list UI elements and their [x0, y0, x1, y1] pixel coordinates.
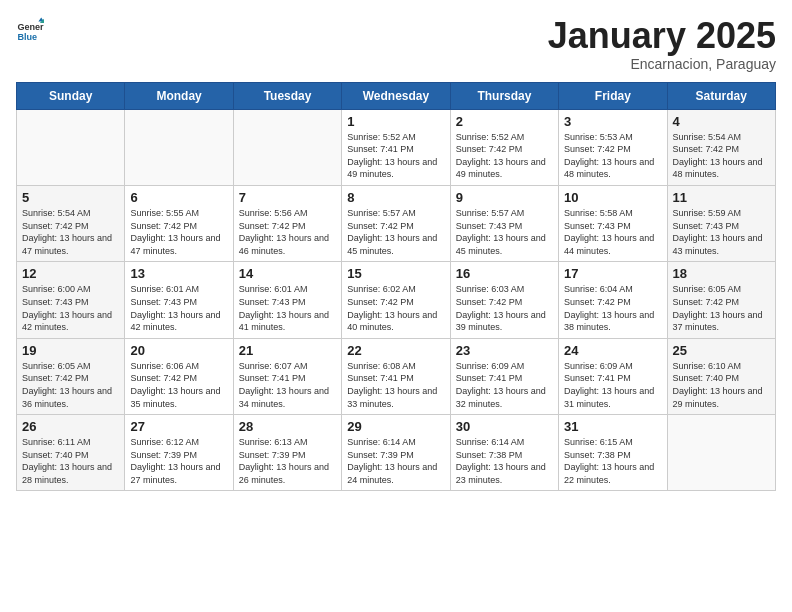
cell-content: Sunrise: 5:57 AM Sunset: 7:43 PM Dayligh… [456, 207, 553, 257]
calendar-cell: 2Sunrise: 5:52 AM Sunset: 7:42 PM Daylig… [450, 109, 558, 185]
calendar-cell: 24Sunrise: 6:09 AM Sunset: 7:41 PM Dayli… [559, 338, 667, 414]
calendar-cell: 15Sunrise: 6:02 AM Sunset: 7:42 PM Dayli… [342, 262, 450, 338]
day-number: 2 [456, 114, 553, 129]
cell-content: Sunrise: 6:01 AM Sunset: 7:43 PM Dayligh… [130, 283, 227, 333]
calendar-cell: 28Sunrise: 6:13 AM Sunset: 7:39 PM Dayli… [233, 415, 341, 491]
day-number: 14 [239, 266, 336, 281]
day-number: 20 [130, 343, 227, 358]
page-header: General Blue January 2025 Encarnacion, P… [16, 16, 776, 72]
logo-icon: General Blue [16, 16, 44, 44]
calendar-cell: 8Sunrise: 5:57 AM Sunset: 7:42 PM Daylig… [342, 185, 450, 261]
cell-content: Sunrise: 6:12 AM Sunset: 7:39 PM Dayligh… [130, 436, 227, 486]
calendar-cell: 30Sunrise: 6:14 AM Sunset: 7:38 PM Dayli… [450, 415, 558, 491]
day-number: 29 [347, 419, 444, 434]
calendar-cell: 19Sunrise: 6:05 AM Sunset: 7:42 PM Dayli… [17, 338, 125, 414]
calendar-cell: 5Sunrise: 5:54 AM Sunset: 7:42 PM Daylig… [17, 185, 125, 261]
calendar-cell: 9Sunrise: 5:57 AM Sunset: 7:43 PM Daylig… [450, 185, 558, 261]
day-number: 22 [347, 343, 444, 358]
calendar-cell: 1Sunrise: 5:52 AM Sunset: 7:41 PM Daylig… [342, 109, 450, 185]
calendar-cell: 16Sunrise: 6:03 AM Sunset: 7:42 PM Dayli… [450, 262, 558, 338]
calendar-week-5: 26Sunrise: 6:11 AM Sunset: 7:40 PM Dayli… [17, 415, 776, 491]
cell-content: Sunrise: 6:02 AM Sunset: 7:42 PM Dayligh… [347, 283, 444, 333]
cell-content: Sunrise: 5:52 AM Sunset: 7:41 PM Dayligh… [347, 131, 444, 181]
cell-content: Sunrise: 6:08 AM Sunset: 7:41 PM Dayligh… [347, 360, 444, 410]
day-number: 28 [239, 419, 336, 434]
cell-content: Sunrise: 6:00 AM Sunset: 7:43 PM Dayligh… [22, 283, 119, 333]
calendar-week-1: 1Sunrise: 5:52 AM Sunset: 7:41 PM Daylig… [17, 109, 776, 185]
calendar-cell: 22Sunrise: 6:08 AM Sunset: 7:41 PM Dayli… [342, 338, 450, 414]
cell-content: Sunrise: 6:15 AM Sunset: 7:38 PM Dayligh… [564, 436, 661, 486]
calendar-cell: 12Sunrise: 6:00 AM Sunset: 7:43 PM Dayli… [17, 262, 125, 338]
day-number: 25 [673, 343, 770, 358]
day-number: 16 [456, 266, 553, 281]
day-number: 26 [22, 419, 119, 434]
day-number: 3 [564, 114, 661, 129]
day-number: 23 [456, 343, 553, 358]
calendar-cell: 18Sunrise: 6:05 AM Sunset: 7:42 PM Dayli… [667, 262, 775, 338]
calendar-week-4: 19Sunrise: 6:05 AM Sunset: 7:42 PM Dayli… [17, 338, 776, 414]
day-number: 31 [564, 419, 661, 434]
calendar-cell: 7Sunrise: 5:56 AM Sunset: 7:42 PM Daylig… [233, 185, 341, 261]
weekday-header-friday: Friday [559, 82, 667, 109]
cell-content: Sunrise: 5:56 AM Sunset: 7:42 PM Dayligh… [239, 207, 336, 257]
calendar-cell: 4Sunrise: 5:54 AM Sunset: 7:42 PM Daylig… [667, 109, 775, 185]
cell-content: Sunrise: 5:55 AM Sunset: 7:42 PM Dayligh… [130, 207, 227, 257]
day-number: 11 [673, 190, 770, 205]
day-number: 4 [673, 114, 770, 129]
calendar-cell: 3Sunrise: 5:53 AM Sunset: 7:42 PM Daylig… [559, 109, 667, 185]
weekday-header-sunday: Sunday [17, 82, 125, 109]
cell-content: Sunrise: 6:01 AM Sunset: 7:43 PM Dayligh… [239, 283, 336, 333]
day-number: 6 [130, 190, 227, 205]
day-number: 10 [564, 190, 661, 205]
calendar-cell: 27Sunrise: 6:12 AM Sunset: 7:39 PM Dayli… [125, 415, 233, 491]
calendar-cell [17, 109, 125, 185]
day-number: 1 [347, 114, 444, 129]
day-number: 17 [564, 266, 661, 281]
cell-content: Sunrise: 5:59 AM Sunset: 7:43 PM Dayligh… [673, 207, 770, 257]
cell-content: Sunrise: 5:52 AM Sunset: 7:42 PM Dayligh… [456, 131, 553, 181]
weekday-header-thursday: Thursday [450, 82, 558, 109]
calendar-cell: 14Sunrise: 6:01 AM Sunset: 7:43 PM Dayli… [233, 262, 341, 338]
calendar-cell: 10Sunrise: 5:58 AM Sunset: 7:43 PM Dayli… [559, 185, 667, 261]
cell-content: Sunrise: 5:54 AM Sunset: 7:42 PM Dayligh… [673, 131, 770, 181]
title-block: January 2025 Encarnacion, Paraguay [548, 16, 776, 72]
calendar-cell [667, 415, 775, 491]
cell-content: Sunrise: 6:06 AM Sunset: 7:42 PM Dayligh… [130, 360, 227, 410]
calendar-cell: 11Sunrise: 5:59 AM Sunset: 7:43 PM Dayli… [667, 185, 775, 261]
day-number: 30 [456, 419, 553, 434]
cell-content: Sunrise: 6:11 AM Sunset: 7:40 PM Dayligh… [22, 436, 119, 486]
svg-text:General: General [17, 22, 44, 32]
cell-content: Sunrise: 6:04 AM Sunset: 7:42 PM Dayligh… [564, 283, 661, 333]
weekday-header-monday: Monday [125, 82, 233, 109]
cell-content: Sunrise: 6:05 AM Sunset: 7:42 PM Dayligh… [22, 360, 119, 410]
calendar-cell: 20Sunrise: 6:06 AM Sunset: 7:42 PM Dayli… [125, 338, 233, 414]
cell-content: Sunrise: 6:14 AM Sunset: 7:39 PM Dayligh… [347, 436, 444, 486]
svg-text:Blue: Blue [17, 32, 37, 42]
calendar-cell: 17Sunrise: 6:04 AM Sunset: 7:42 PM Dayli… [559, 262, 667, 338]
cell-content: Sunrise: 5:58 AM Sunset: 7:43 PM Dayligh… [564, 207, 661, 257]
weekday-header-wednesday: Wednesday [342, 82, 450, 109]
day-number: 12 [22, 266, 119, 281]
cell-content: Sunrise: 6:05 AM Sunset: 7:42 PM Dayligh… [673, 283, 770, 333]
day-number: 18 [673, 266, 770, 281]
cell-content: Sunrise: 5:57 AM Sunset: 7:42 PM Dayligh… [347, 207, 444, 257]
cell-content: Sunrise: 6:14 AM Sunset: 7:38 PM Dayligh… [456, 436, 553, 486]
cell-content: Sunrise: 6:13 AM Sunset: 7:39 PM Dayligh… [239, 436, 336, 486]
calendar-table: SundayMondayTuesdayWednesdayThursdayFrid… [16, 82, 776, 492]
day-number: 8 [347, 190, 444, 205]
cell-content: Sunrise: 5:53 AM Sunset: 7:42 PM Dayligh… [564, 131, 661, 181]
day-number: 24 [564, 343, 661, 358]
calendar-cell: 31Sunrise: 6:15 AM Sunset: 7:38 PM Dayli… [559, 415, 667, 491]
calendar-week-2: 5Sunrise: 5:54 AM Sunset: 7:42 PM Daylig… [17, 185, 776, 261]
calendar-cell: 23Sunrise: 6:09 AM Sunset: 7:41 PM Dayli… [450, 338, 558, 414]
day-number: 27 [130, 419, 227, 434]
cell-content: Sunrise: 6:09 AM Sunset: 7:41 PM Dayligh… [456, 360, 553, 410]
day-number: 7 [239, 190, 336, 205]
weekday-header-tuesday: Tuesday [233, 82, 341, 109]
calendar-cell [233, 109, 341, 185]
day-number: 5 [22, 190, 119, 205]
calendar-cell: 25Sunrise: 6:10 AM Sunset: 7:40 PM Dayli… [667, 338, 775, 414]
cell-content: Sunrise: 6:07 AM Sunset: 7:41 PM Dayligh… [239, 360, 336, 410]
logo: General Blue [16, 16, 44, 44]
location-subtitle: Encarnacion, Paraguay [548, 56, 776, 72]
